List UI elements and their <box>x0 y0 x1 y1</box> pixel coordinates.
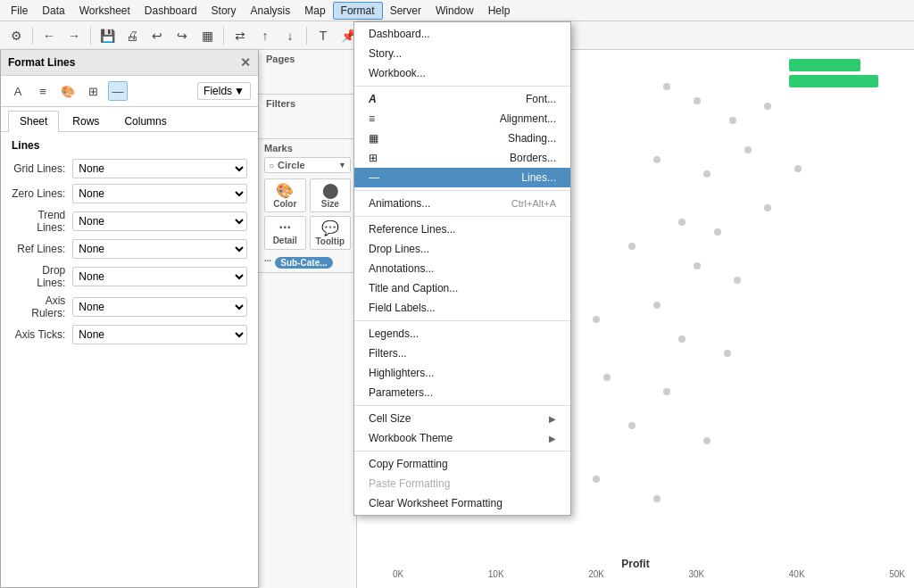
menu-format[interactable]: Format <box>333 2 383 20</box>
menu-legends-item[interactable]: Legends... <box>354 324 570 344</box>
toolbar-redo-btn[interactable]: ↪ <box>171 25 193 46</box>
menu-drop-lines-item[interactable]: Drop Lines... <box>354 239 570 259</box>
zero-lines-row: Zero Lines: NoneLightMediumHeavy <box>12 184 247 203</box>
menu-clear-formatting-item[interactable]: Clear Worksheet Formatting <box>354 493 570 513</box>
menu-ref-lines-item[interactable]: Reference Lines... <box>354 219 570 239</box>
font-icon: A <box>369 93 383 105</box>
grid-lines-select[interactable]: NoneLightMediumHeavy <box>72 159 247 178</box>
menu-help[interactable]: Help <box>481 3 518 19</box>
format-icon-shading[interactable]: 🎨 <box>58 81 78 101</box>
data-point <box>794 165 802 172</box>
format-panel-icons: A ≡ 🎨 ⊞ — Fields ▼ <box>1 76 258 107</box>
grid-lines-row: Grid Lines: NoneLightMediumHeavy <box>12 159 247 178</box>
menu-filters-item[interactable]: Filters... <box>354 344 570 363</box>
ref-lines-row: Ref Lines: NoneLightMediumHeavy <box>12 239 247 259</box>
menu-window[interactable]: Window <box>428 3 481 19</box>
toolbar-print-btn[interactable]: 🖨 <box>121 25 143 46</box>
menu-animations-item[interactable]: Animations... Ctrl+Alt+A <box>354 194 570 213</box>
trend-lines-select[interactable]: NoneLightMediumHeavy <box>72 211 247 231</box>
axis-ticks-row: Axis Ticks: NoneLightMediumHeavy <box>12 325 247 344</box>
menu-cell-size-item[interactable]: Cell Size ▶ <box>354 409 570 428</box>
menu-field-labels-item[interactable]: Field Labels... <box>354 298 570 318</box>
color-label: Color <box>273 199 296 209</box>
borders-label: Borders... <box>510 152 556 164</box>
x-label-20k: 20K <box>588 569 604 579</box>
toolbar-sort-asc-btn[interactable]: ↑ <box>254 25 276 46</box>
menu-map[interactable]: Map <box>297 3 332 19</box>
ref-lines-label: Ref Lines: <box>12 243 72 255</box>
left-panels: Pages Filters Marks ○ Circle ▼ 🎨 <box>259 50 357 588</box>
toolbar-swap-btn[interactable]: ⇄ <box>229 25 251 46</box>
menu-font-item[interactable]: A Font... <box>354 89 570 109</box>
data-point <box>764 204 771 211</box>
lines-icon: — <box>369 171 383 184</box>
menu-alignment-item[interactable]: ≡ Alignment... <box>354 109 570 128</box>
data-point <box>653 156 661 163</box>
menu-worksheet[interactable]: Worksheet <box>72 3 137 19</box>
data-point <box>729 117 736 124</box>
fields-dropdown-btn[interactable]: Fields ▼ <box>197 82 251 100</box>
tab-sheet[interactable]: Sheet <box>8 111 59 132</box>
x-axis-title: Profit <box>621 558 649 570</box>
menu-story[interactable]: Story <box>204 3 244 19</box>
zero-lines-select[interactable]: NoneLightMediumHeavy <box>72 184 247 203</box>
x-label-0k: 0K <box>393 569 403 579</box>
menu-server[interactable]: Server <box>383 3 428 19</box>
format-panel-close[interactable]: ✕ <box>240 55 251 70</box>
data-point <box>734 277 741 284</box>
marks-detail-btn[interactable]: ··· Detail <box>264 216 306 250</box>
marks-size-btn[interactable]: ⬤ Size <box>310 178 352 212</box>
menu-workbook-theme-item[interactable]: Workbook Theme ▶ <box>354 428 570 448</box>
menu-parameters-item[interactable]: Parameters... <box>354 383 570 402</box>
toolbar-settings-btn[interactable]: ⚙ <box>5 25 27 46</box>
menu-workbook-item[interactable]: Workbook... <box>354 63 570 83</box>
tab-rows[interactable]: Rows <box>61 111 111 131</box>
format-icon-font[interactable]: A <box>8 81 28 101</box>
toolbar-save-btn[interactable]: 💾 <box>96 25 118 46</box>
format-icon-borders[interactable]: ⊞ <box>83 81 103 101</box>
toolbar-sep-3 <box>223 27 224 45</box>
marks-type-selector[interactable]: ○ Circle ▼ <box>264 157 351 173</box>
menu-dashboard[interactable]: Dashboard <box>137 3 204 19</box>
menu-shading-item[interactable]: ▦ Shading... <box>354 128 570 148</box>
color-swatch-icon: 🎨 <box>276 182 294 199</box>
menu-annotations-item[interactable]: Annotations... <box>354 259 570 278</box>
data-point <box>694 262 701 269</box>
toolbar-text-btn[interactable]: T <box>312 25 334 46</box>
format-icon-align[interactable]: ≡ <box>33 81 53 101</box>
toolbar-back-btn[interactable]: ← <box>38 25 60 46</box>
format-icon-lines[interactable]: — <box>108 81 128 101</box>
marks-color-btn[interactable]: 🎨 Color <box>264 178 306 212</box>
toolbar-layout-btn[interactable]: ▦ <box>196 25 218 46</box>
menu-story-item[interactable]: Story... <box>354 44 570 63</box>
detail-label: Detail <box>273 236 297 245</box>
menu-borders-item[interactable]: ⊞ Borders... <box>354 148 570 168</box>
menu-copy-formatting-item[interactable]: Copy Formatting <box>354 454 570 474</box>
drop-lines-select[interactable]: NoneLightMediumHeavy <box>72 267 247 286</box>
menu-highlighters-item[interactable]: Highlighters... <box>354 363 570 383</box>
menu-analysis[interactable]: Analysis <box>244 3 298 19</box>
menu-file[interactable]: File <box>4 3 35 19</box>
data-point <box>653 302 661 309</box>
toolbar-undo-btn[interactable]: ↩ <box>146 25 168 46</box>
data-point <box>628 243 636 250</box>
toolbar-sep-4 <box>306 27 307 45</box>
menu-dashboard-item[interactable]: Dashboard... <box>354 24 570 44</box>
axis-rulers-select[interactable]: NoneLightMediumHeavy <box>72 297 247 317</box>
data-point <box>714 228 721 236</box>
menu-lines-item[interactable]: — Lines... <box>354 168 570 187</box>
data-point <box>678 219 686 226</box>
tab-columns[interactable]: Columns <box>112 111 178 131</box>
menu-title-caption-item[interactable]: Title and Caption... <box>354 278 570 298</box>
data-point <box>663 83 670 90</box>
toolbar-sort-desc-btn[interactable]: ↓ <box>279 25 301 46</box>
axis-ticks-select[interactable]: NoneLightMediumHeavy <box>72 325 247 344</box>
ref-lines-select[interactable]: NoneLightMediumHeavy <box>72 239 247 259</box>
data-point <box>703 170 710 178</box>
cell-size-label: Cell Size <box>369 412 411 425</box>
menu-data[interactable]: Data <box>35 3 71 19</box>
pages-section: Pages <box>259 50 356 95</box>
toolbar-forward-btn[interactable]: → <box>63 25 85 46</box>
drop-lines-label: Drop Lines: <box>12 264 72 289</box>
marks-tooltip-btn[interactable]: 💬 Tooltip <box>310 216 352 250</box>
